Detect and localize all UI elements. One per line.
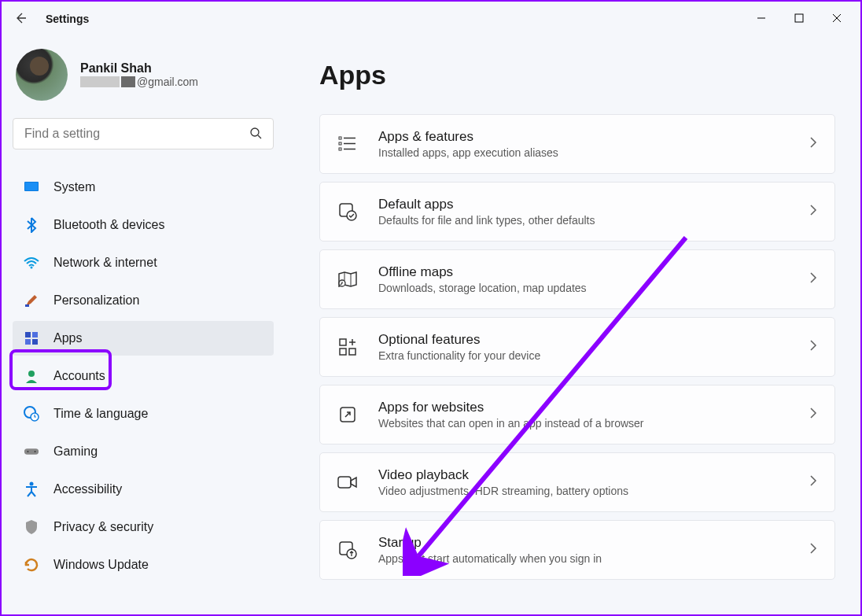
- sidebar-item-time[interactable]: Time & language: [13, 397, 274, 431]
- svg-rect-34: [338, 477, 351, 488]
- chevron-right-icon: [809, 339, 817, 355]
- card-apps-websites[interactable]: Apps for websitesWebsites that can open …: [319, 385, 835, 444]
- sidebar-item-accessibility[interactable]: Accessibility: [13, 472, 274, 507]
- sidebar-item-privacy[interactable]: Privacy & security: [13, 510, 274, 544]
- sidebar-item-personalization[interactable]: Personalization: [13, 283, 274, 318]
- card-offline-maps[interactable]: Offline mapsDownloads, storage location,…: [319, 249, 835, 309]
- sidebar-item-label: Bluetooth & devices: [53, 218, 164, 232]
- svg-point-18: [30, 482, 34, 486]
- bluetooth-icon: [24, 217, 39, 233]
- sidebar-item-label: Apps: [53, 331, 82, 345]
- list-icon: [337, 134, 358, 154]
- svg-rect-11: [32, 339, 38, 345]
- window-controls: [753, 13, 851, 26]
- svg-rect-15: [24, 448, 39, 454]
- search-box[interactable]: [13, 118, 274, 149]
- card-default-apps[interactable]: Default appsDefaults for file and link t…: [319, 182, 835, 242]
- window-title: Settings: [46, 13, 89, 25]
- sidebar-item-label: Personalization: [53, 293, 139, 308]
- avatar: [16, 49, 68, 101]
- chevron-right-icon: [809, 204, 817, 219]
- card-title: Offline maps: [378, 264, 809, 280]
- sidebar-item-label: System: [53, 180, 95, 194]
- nav-list: SystemBluetooth & devicesNetwork & inter…: [13, 170, 274, 582]
- svg-rect-7: [25, 304, 29, 307]
- close-button[interactable]: [829, 13, 845, 26]
- search-icon: [249, 127, 262, 142]
- titlebar: Settings: [2, 2, 860, 36]
- globe-clock-icon: [24, 406, 39, 422]
- sidebar-item-label: Gaming: [53, 444, 98, 459]
- svg-rect-19: [339, 137, 341, 139]
- sidebar-item-bluetooth[interactable]: Bluetooth & devices: [13, 208, 274, 242]
- svg-point-2: [251, 128, 259, 136]
- app-check-icon: [337, 201, 358, 222]
- card-title: Apps for websites: [378, 400, 809, 415]
- grid-plus-icon: [337, 337, 358, 357]
- svg-line-3: [258, 135, 261, 138]
- card-title: Apps & features: [378, 129, 809, 145]
- search-input[interactable]: [24, 127, 249, 141]
- svg-point-12: [28, 371, 35, 377]
- back-button[interactable]: [11, 12, 30, 27]
- sidebar-item-update[interactable]: Windows Update: [13, 548, 274, 582]
- svg-point-17: [35, 451, 36, 452]
- svg-rect-5: [25, 183, 38, 190]
- card-startup[interactable]: StartupApps that start automatically whe…: [319, 520, 835, 580]
- shield-icon: [24, 519, 39, 535]
- sidebar-item-label: Windows Update: [53, 558, 149, 572]
- chevron-right-icon: [809, 407, 817, 422]
- profile-block[interactable]: Pankil Shah @gmail.com: [13, 49, 274, 101]
- card-desc: Downloads, storage location, map updates: [378, 282, 809, 294]
- card-desc: Defaults for file and link types, other …: [378, 214, 809, 227]
- sidebar-item-gaming[interactable]: Gaming: [13, 434, 274, 469]
- sidebar-item-system[interactable]: System: [13, 170, 274, 205]
- card-desc: Extra functionality for your device: [378, 349, 809, 362]
- svg-point-16: [28, 451, 29, 452]
- sidebar-item-apps[interactable]: Apps: [13, 321, 274, 356]
- apps-icon: [24, 330, 39, 346]
- sidebar-item-label: Time & language: [53, 407, 148, 421]
- page-title: Apps: [319, 60, 835, 90]
- profile-name: Pankil Shah: [80, 61, 198, 76]
- video-icon: [337, 472, 358, 492]
- sidebar-item-accounts[interactable]: Accounts: [13, 359, 274, 393]
- svg-rect-32: [349, 349, 355, 355]
- card-desc: Installed apps, app execution aliases: [378, 146, 809, 159]
- svg-rect-9: [32, 332, 38, 338]
- brush-icon: [24, 293, 39, 308]
- card-desc: Video adjustments, HDR streaming, batter…: [378, 485, 809, 497]
- chevron-right-icon: [809, 136, 817, 152]
- chevron-right-icon: [809, 542, 817, 558]
- main-panel: Apps Apps & featuresInstalled apps, app …: [285, 36, 860, 614]
- card-optional-features[interactable]: Optional featuresExtra functionality for…: [319, 317, 835, 377]
- svg-rect-30: [340, 339, 346, 345]
- profile-email: @gmail.com: [80, 76, 198, 88]
- refresh-icon: [24, 557, 39, 573]
- card-title: Optional features: [378, 332, 809, 348]
- launch-icon: [337, 404, 358, 425]
- card-desc: Apps that start automatically when you s…: [378, 552, 809, 565]
- card-video-playback[interactable]: Video playbackVideo adjustments, HDR str…: [319, 452, 835, 512]
- sidebar-item-label: Network & internet: [53, 256, 157, 270]
- svg-rect-20: [339, 142, 341, 145]
- map-icon: [337, 269, 358, 290]
- back-arrow-icon: [14, 12, 27, 24]
- sidebar-item-label: Accessibility: [53, 482, 122, 496]
- svg-rect-21: [339, 148, 341, 150]
- sidebar-item-network[interactable]: Network & internet: [13, 245, 274, 280]
- person-icon: [24, 368, 39, 384]
- card-title: Default apps: [378, 197, 809, 212]
- sidebar-item-label: Accounts: [53, 369, 105, 383]
- minimize-button[interactable]: [753, 13, 769, 26]
- accessibility-icon: [24, 481, 39, 497]
- gamepad-icon: [24, 444, 39, 459]
- card-apps-features[interactable]: Apps & featuresInstalled apps, app execu…: [319, 114, 835, 174]
- svg-rect-10: [25, 339, 31, 345]
- svg-rect-8: [25, 332, 31, 338]
- svg-rect-31: [340, 349, 346, 355]
- maximize-button[interactable]: [791, 13, 807, 26]
- svg-rect-1: [795, 14, 803, 22]
- chevron-right-icon: [809, 271, 817, 287]
- card-desc: Websites that can open in an app instead…: [378, 417, 809, 430]
